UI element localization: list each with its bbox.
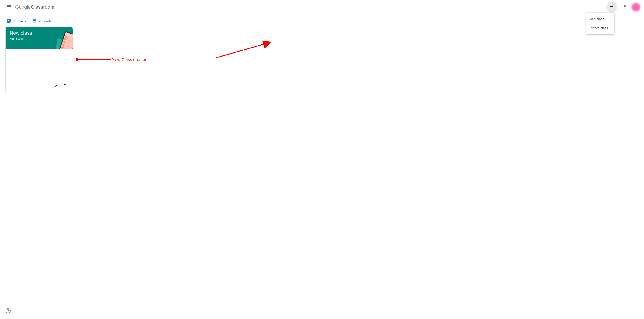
- svg-point-8: [626, 8, 626, 8]
- svg-point-0: [622, 5, 623, 5]
- main-content: To review Calendar New class First secti…: [0, 14, 644, 93]
- gradebook-button[interactable]: [50, 82, 60, 92]
- svg-point-7: [624, 8, 624, 8]
- create-class-item[interactable]: Create class: [586, 23, 614, 33]
- svg-point-3: [622, 6, 623, 7]
- class-folder-button[interactable]: [61, 82, 71, 92]
- class-cards-grid: New class First section: [0, 27, 644, 93]
- folder-icon: [63, 83, 69, 90]
- svg-point-5: [626, 6, 626, 7]
- svg-point-4: [624, 6, 624, 7]
- to-review-link[interactable]: To review: [6, 19, 27, 23]
- create-join-button[interactable]: [606, 2, 617, 12]
- svg-point-6: [622, 8, 623, 8]
- create-join-dropdown: Join class Create class: [586, 12, 614, 34]
- class-card[interactable]: New class First section: [5, 27, 73, 93]
- toolbar: To review Calendar: [0, 14, 644, 27]
- class-card-body: [6, 49, 73, 80]
- svg-point-1: [624, 5, 624, 5]
- calendar-label: Calendar: [39, 19, 53, 23]
- review-icon: [6, 19, 11, 23]
- google-logo-text: Google: [15, 4, 30, 10]
- join-class-item[interactable]: Join class: [586, 14, 614, 23]
- svg-point-2: [626, 5, 626, 5]
- hamburger-icon: [6, 4, 12, 10]
- account-avatar[interactable]: [632, 3, 640, 12]
- apps-grid-icon: [622, 4, 626, 9]
- class-card-header: New class First section: [6, 27, 73, 49]
- to-review-label: To review: [13, 19, 27, 23]
- main-menu-button[interactable]: [4, 2, 14, 12]
- app-header: Google Classroom Join class Create class: [0, 0, 644, 14]
- google-apps-button[interactable]: [619, 2, 630, 12]
- logo[interactable]: Google Classroom: [15, 4, 54, 10]
- plus-icon: [609, 4, 614, 10]
- trending-icon: [52, 83, 58, 90]
- product-name: Classroom: [31, 4, 54, 10]
- class-card-footer: [6, 80, 73, 93]
- calendar-icon: [32, 19, 37, 23]
- calendar-link[interactable]: Calendar: [32, 19, 53, 23]
